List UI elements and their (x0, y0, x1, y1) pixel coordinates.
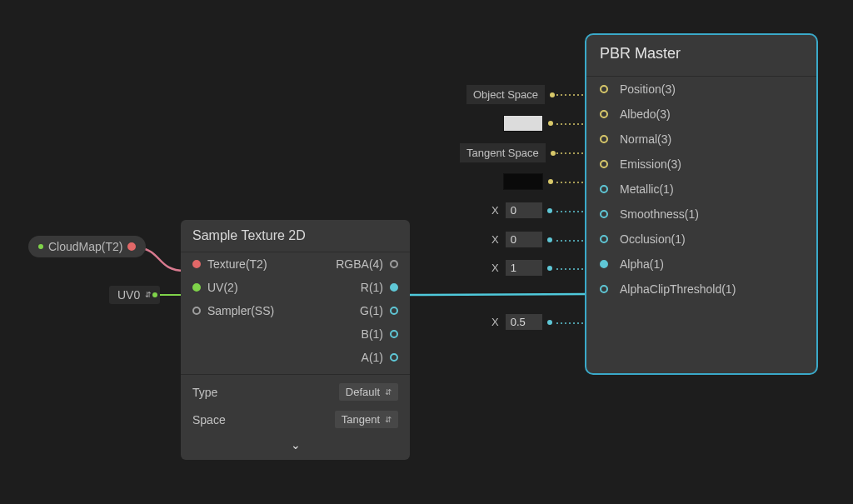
normal-label: Normal(3) (620, 132, 671, 146)
color-swatch-light[interactable] (503, 115, 543, 132)
connector-dot-icon (551, 151, 556, 156)
g-output-label: G(1) (360, 304, 383, 317)
type-value: Default (346, 386, 380, 398)
space-dropdown[interactable]: Tangent ⇵ (335, 411, 398, 428)
a-output-port[interactable] (390, 353, 398, 362)
occlusion-field-group[interactable]: X (491, 260, 552, 276)
position-label: Position(3) (620, 82, 676, 96)
metallic-label: Metallic(1) (620, 182, 674, 196)
alpha-port[interactable] (600, 260, 608, 268)
connector-dot-icon (547, 237, 552, 242)
type-label: Type (192, 386, 217, 399)
connector-dot-icon (548, 121, 553, 126)
a-output-label: A(1) (362, 351, 383, 364)
smoothness-port[interactable] (600, 210, 608, 218)
albedo-label: Albedo(3) (620, 107, 671, 121)
albedo-port[interactable] (600, 110, 608, 118)
connector-dot-icon (547, 208, 552, 213)
metallic-field[interactable] (506, 202, 542, 218)
emission-swatch[interactable] (503, 173, 553, 190)
position-space-dropdown[interactable]: Object Space (466, 85, 555, 104)
sample-node-title: Sample Texture 2D (181, 220, 410, 252)
alphaclip-field[interactable] (506, 314, 542, 330)
r-output-label: R(1) (361, 281, 383, 294)
b-output-label: B(1) (362, 327, 383, 341)
dropdown-chevron-icon: ⇵ (385, 387, 392, 397)
albedo-swatch[interactable] (503, 115, 553, 132)
smoothness-label: Smoothness(1) (620, 207, 699, 221)
smoothness-field-group[interactable]: X (491, 232, 552, 247)
metallic-port[interactable] (600, 185, 608, 193)
uv0-out-dot (152, 292, 157, 297)
b-output-port[interactable] (390, 330, 398, 338)
alphaclip-port[interactable] (600, 285, 608, 293)
pbr-master-node[interactable]: PBR Master Position(3) Albedo(3) Normal(… (585, 33, 818, 375)
x-label: X (491, 233, 501, 246)
x-label: X (491, 316, 501, 328)
rgba-output-port[interactable] (390, 260, 398, 268)
texture-input-label: Texture(T2) (207, 257, 267, 271)
connector-dot-icon (547, 266, 552, 271)
expand-preview-chevron-icon[interactable]: ⌄ (181, 433, 410, 460)
uv-input-label: UV(2) (207, 281, 238, 294)
cloudmap-property-pill[interactable]: CloudMap(T2) (28, 236, 146, 257)
alpha-label: Alpha(1) (620, 257, 664, 271)
space-label: Space (192, 413, 226, 427)
sample-texture-2d-node[interactable]: Sample Texture 2D Texture(T2) RGBA(4) UV… (181, 220, 410, 460)
type-dropdown[interactable]: Default ⇵ (339, 383, 398, 401)
cloudmap-output-port[interactable] (127, 242, 136, 251)
x-label: X (491, 204, 501, 217)
connector-dot-icon (547, 320, 552, 325)
uv0-label: UV0 (117, 288, 140, 302)
position-port[interactable] (600, 85, 608, 93)
connector-dot-icon (548, 179, 553, 184)
g-output-port[interactable] (390, 307, 398, 315)
uv-input-port[interactable] (192, 283, 201, 292)
texture-input-port[interactable] (192, 260, 201, 268)
occlusion-port[interactable] (600, 235, 608, 243)
connector-dot-icon (550, 92, 555, 97)
metallic-field-group[interactable]: X (491, 202, 552, 218)
emission-label: Emission(3) (620, 157, 681, 171)
position-space-value: Object Space (466, 85, 545, 104)
emission-port[interactable] (600, 160, 608, 168)
normal-space-value: Tangent Space (460, 143, 546, 162)
rgba-output-label: RGBA(4) (336, 257, 383, 271)
x-label: X (491, 262, 501, 274)
alphaclip-label: AlphaClipThreshold(1) (620, 282, 736, 296)
color-swatch-dark[interactable] (503, 173, 543, 190)
occlusion-field[interactable] (506, 260, 542, 276)
normal-space-dropdown[interactable]: Tangent Space (460, 143, 556, 162)
sampler-input-port[interactable] (192, 307, 201, 315)
occlusion-label: Occlusion(1) (620, 232, 686, 246)
dropdown-chevron-icon: ⇵ (385, 415, 392, 424)
space-value: Tangent (342, 413, 380, 426)
normal-port[interactable] (600, 135, 608, 143)
smoothness-field[interactable] (506, 232, 542, 247)
sampler-input-label: Sampler(SS) (207, 304, 274, 317)
cloudmap-label: CloudMap(T2) (48, 240, 122, 253)
r-output-port[interactable] (390, 283, 398, 292)
updown-icon: ⇵ (145, 292, 152, 298)
status-dot-icon (38, 244, 43, 249)
alphaclip-field-group[interactable]: X (491, 314, 552, 330)
pbr-node-title: PBR Master (586, 35, 816, 77)
